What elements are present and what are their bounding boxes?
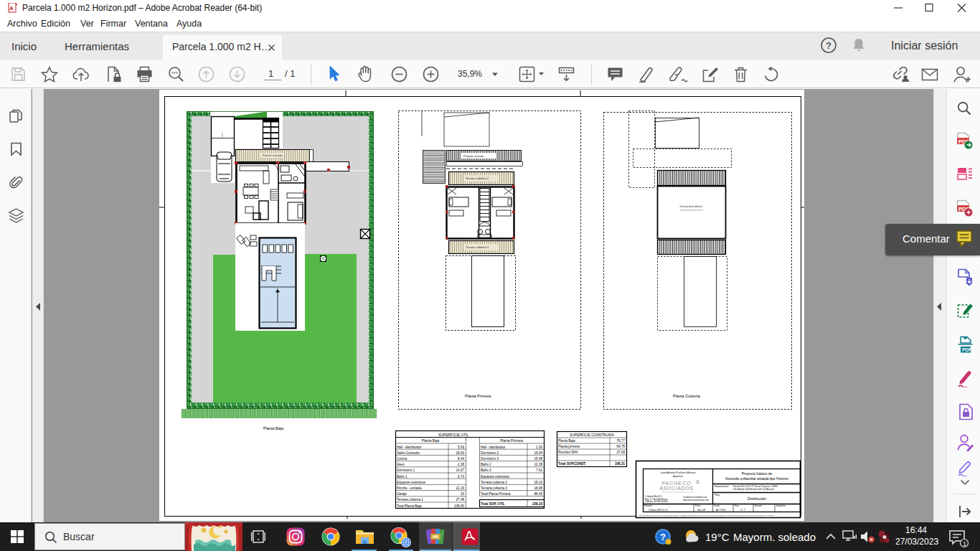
svg-text:12,38: 12,38 [534, 463, 543, 466]
svg-text:Salón-Comedor: Salón-Comedor [397, 451, 420, 455]
svg-text:Juan Antonio Pacheco Moreno: Juan Antonio Pacheco Moreno [661, 471, 696, 474]
svg-text:27,48: 27,48 [456, 498, 465, 501]
svg-text:8,44: 8,44 [458, 457, 464, 461]
svg-text:6,70: 6,70 [458, 475, 464, 479]
svg-text:Dormitorio 2: Dormitorio 2 [481, 451, 499, 455]
svg-text:Dormitorio 3: Dormitorio 3 [481, 457, 499, 461]
svg-text:Hall - distribuidor: Hall - distribuidor [481, 446, 506, 449]
svg-text:Arquitecto: Arquitecto [673, 475, 683, 478]
svg-text:18,10: 18,10 [534, 481, 543, 484]
svg-text:Dormitorio 1: Dormitorio 1 [397, 468, 415, 472]
svg-text:ASOCIADOS: ASOCIADOS [659, 486, 693, 491]
svg-text:Porche entrada: Porche entrada [263, 154, 283, 157]
svg-text:Terraza cubierta 1: Terraza cubierta 1 [397, 498, 423, 501]
svg-text:Proyecto básico de: Proyecto básico de [742, 471, 773, 476]
svg-text:Planta primera: Planta primera [558, 445, 580, 448]
svg-text:Planta Cubierta: Planta Cubierta [673, 394, 701, 398]
svg-text:Planta Baja: Planta Baja [422, 439, 440, 443]
svg-text:139,80: 139,80 [454, 504, 464, 508]
svg-text:Baño 1: Baño 1 [397, 475, 407, 479]
svg-text:A este documento se incorpora: A este documento se incorpora la informa… [637, 514, 775, 517]
svg-text:1,00: 1,00 [536, 446, 542, 449]
svg-text:Porche - entrada: Porche - entrada [397, 486, 422, 490]
svg-text:A: A [9, 5, 14, 11]
svg-text:Escala:: Escala: [714, 504, 720, 507]
svg-text:www.pachecoasociados.com: www.pachecoasociados.com [683, 499, 710, 501]
svg-text:Hoja:: Hoja: [735, 504, 739, 507]
svg-text:Terraza cubierta 2: Terraza cubierta 2 [466, 176, 489, 180]
svg-text:Pérgola entrada: Pérgola entrada [463, 154, 484, 158]
svg-text:Baño 2: Baño 2 [481, 463, 491, 466]
svg-text:Planta Primera: Planta Primera [500, 439, 523, 443]
svg-text:Total Planta Primera: Total Planta Primera [481, 492, 511, 496]
svg-text:Espacios exteriores: Espacios exteriores [481, 475, 510, 479]
svg-text:15,48: 15,48 [534, 457, 543, 461]
svg-text:2,38: 2,38 [458, 463, 464, 466]
svg-text:Hall - distribuidor: Hall - distribuidor [397, 446, 422, 449]
svg-text:Total SUP. UTIL: Total SUP. UTIL [481, 502, 505, 506]
svg-text:Planta Primera: Planta Primera [465, 394, 491, 398]
svg-text:Total SUP.CONST.: Total SUP.CONST. [558, 462, 586, 466]
svg-text:Planta Baja: Planta Baja [263, 426, 284, 430]
svg-text:86,43: 86,43 [534, 492, 543, 496]
svg-text:Terraza cubierta 3: Terraza cubierta 3 [481, 486, 507, 490]
svg-text:Fecha:: Fecha: [695, 504, 701, 507]
svg-text:19,94: 19,94 [534, 451, 543, 455]
svg-text:Revisión:: Revisión: [755, 504, 763, 507]
svg-text:?: ? [826, 40, 831, 51]
svg-text:Vivienda unifamiliar aislada t: Vivienda unifamiliar aislada tipo Horizo… [725, 476, 789, 481]
svg-text:18,08: 18,08 [534, 486, 543, 490]
svg-text:228,23: 228,23 [532, 502, 542, 506]
svg-text:Promotor:: Promotor: [644, 504, 653, 507]
svg-text:5,93: 5,93 [458, 446, 464, 449]
svg-text:27,69: 27,69 [617, 451, 626, 454]
svg-text:28,63: 28,63 [456, 451, 465, 455]
svg-text:Distribución: Distribución [748, 496, 766, 501]
svg-text:PACHECO: PACHECO [661, 481, 691, 486]
svg-text:168,21: 168,21 [615, 462, 625, 466]
svg-text:21,19: 21,19 [456, 486, 465, 490]
svg-text:Expediente:: Expediente: [776, 504, 786, 507]
svg-text:Total Planta Baja: Total Planta Baja [397, 504, 422, 508]
svg-text:Planta Baja: Planta Baja [558, 439, 575, 443]
svg-text:Teléfono +34 968 242424: Teléfono +34 968 242424 [645, 500, 668, 503]
svg-text:Nov-18: Nov-18 [697, 509, 705, 512]
svg-text:7,61: 7,61 [536, 468, 542, 472]
svg-text:&: & [696, 479, 700, 485]
svg-text:Urb. Alenda Golf Monforte del: Urb. Alenda Golf Monforte del Cid. Alica… [733, 488, 774, 491]
svg-text:Terraza cubierta 2: Terraza cubierta 2 [481, 481, 507, 484]
svg-text:Espacios exteriores: Espacios exteriores [397, 481, 426, 484]
svg-text:64,75: 64,75 [617, 445, 626, 448]
svg-text:1: 1 [963, 540, 966, 547]
svg-text:Cocina: Cocina [397, 457, 407, 461]
svg-text:Plano:: Plano: [715, 494, 720, 496]
svg-text:76,77: 76,77 [617, 439, 626, 443]
svg-text:Terraza cubierta 3: Terraza cubierta 3 [466, 245, 489, 249]
svg-text:2 / 7: 2 / 7 [740, 509, 745, 512]
svg-text:Baño 3: Baño 3 [481, 468, 491, 472]
svg-text:Calima (IR) S.L.U.: Calima (IR) S.L.U. [649, 509, 669, 512]
svg-text:Terraza descubierta: Terraza descubierta [679, 205, 702, 208]
svg-text:SUPERFICIE CONSTRUIDA: SUPERFICIE CONSTRUIDA [570, 433, 615, 437]
svg-text:23: 23 [461, 492, 465, 496]
svg-text:Aseo: Aseo [397, 463, 405, 466]
svg-text:A2 1/200: A2 1/200 [716, 509, 726, 512]
svg-text:PDF: PDF [962, 347, 971, 352]
svg-text:SUPERFICIE UTIL: SUPERFICIE UTIL [438, 433, 468, 437]
svg-text:Garaje: Garaje [397, 492, 407, 496]
svg-text:Porches 50%: Porches 50% [558, 451, 578, 454]
svg-text:Parcela Nro 103, P. P. Sector: Parcela Nro 103, P. P. Sector Trigueros.… [733, 485, 778, 488]
svg-text:14,07: 14,07 [456, 468, 465, 472]
svg-text:Emplazamiento:: Emplazamiento: [715, 485, 729, 488]
svg-text:?: ? [660, 532, 666, 542]
